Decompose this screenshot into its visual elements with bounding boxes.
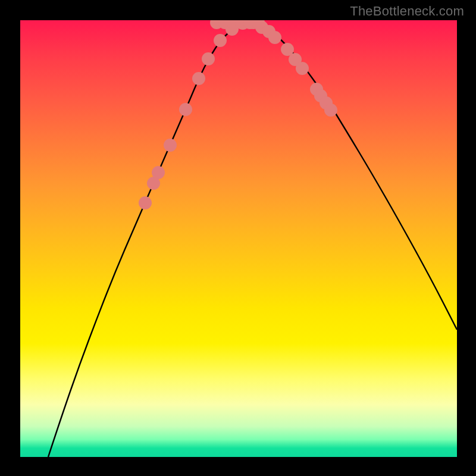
curve-dot — [152, 166, 165, 179]
curve-dot — [324, 104, 337, 117]
curve-dot — [202, 52, 215, 65]
curve-dot — [192, 72, 205, 85]
chart-frame: TheBottleneck.com — [0, 0, 476, 476]
curve-svg — [20, 20, 457, 457]
curve-dots-group — [139, 20, 337, 209]
curve-dot — [139, 196, 152, 209]
curve-dot — [214, 34, 227, 47]
curve-dot — [179, 103, 192, 116]
curve-dot — [164, 139, 177, 152]
curve-dot — [296, 62, 309, 75]
watermark-text: TheBottleneck.com — [350, 4, 464, 19]
curve-dot — [268, 31, 281, 44]
plot-area — [20, 20, 457, 457]
bottleneck-curve — [48, 23, 457, 457]
